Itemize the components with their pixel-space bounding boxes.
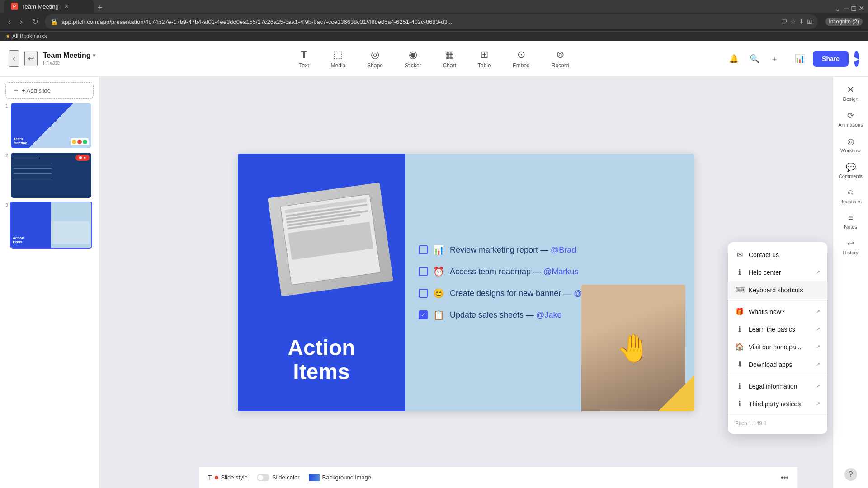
address-bar[interactable]: 🔒 app.pitch.com/app/presentation/4b74b27… (45, 14, 818, 29)
tool-embed[interactable]: ⊙ Embed (509, 47, 533, 70)
app: ‹ ↩ Team Meeting ▾ Private T Text ⬚ Medi… (0, 41, 868, 488)
browser-tabs: P Team Meeting ✕ + ⌄ ─ ⊡ ✕ (0, 0, 868, 13)
sidebar-item-history[interactable]: ↩ History (835, 235, 866, 259)
sidebar-item-design[interactable]: ✕ Design (835, 80, 866, 105)
sidebar-item-comments[interactable]: 💬 Comments (835, 159, 866, 183)
tool-sticker[interactable]: ◉ Sticker (401, 47, 425, 70)
help-item-learn[interactable]: ℹ Learn the basics ↗ (728, 320, 827, 338)
help-dropdown: ✉ Contact us ℹ Help center ↗ ⌨ Keyboard … (728, 242, 827, 434)
slide-thumb-3[interactable]: ActionItems (11, 202, 91, 248)
collapse-sidebar-button[interactable]: ‹ (9, 50, 19, 67)
play-button[interactable]: ▶ (854, 51, 859, 67)
help-item-keyboard[interactable]: ⌨ Keyboard shortcuts (728, 281, 827, 299)
task-checkbox-4[interactable]: ✓ (419, 310, 428, 319)
bookmark-star-icon: ★ (5, 33, 10, 39)
address-text: app.pitch.com/app/presentation/4b74b27e-… (61, 19, 778, 25)
active-tab[interactable]: P Team Meeting ✕ (4, 0, 94, 13)
chart-bar-icon[interactable]: 📊 (792, 51, 807, 66)
close-window-icon[interactable]: ✕ (859, 4, 864, 13)
help-version: Pitch 1.149.1 (728, 417, 827, 430)
sidebar-item-workflow[interactable]: ◎ Workflow (835, 133, 866, 157)
tool-shape[interactable]: ◎ Shape (363, 47, 387, 70)
slide-left-panel: Action Items (238, 154, 405, 411)
text-style-icon: T (208, 474, 212, 481)
plus-icon: ＋ (13, 86, 19, 94)
help-item-contact[interactable]: ✉ Contact us (728, 246, 827, 263)
help-item-download[interactable]: ⬇ Download apps ↗ (728, 356, 827, 373)
tab-title: Team Meeting (22, 3, 59, 10)
more-options-button[interactable]: ••• (781, 474, 788, 482)
slide-thumb-2[interactable]: ———————— ———————————— ———————————— —————… (11, 153, 91, 198)
search-icon[interactable]: 🔍 (747, 51, 762, 66)
animations-label: Animations (838, 122, 863, 127)
shield-icon: 🛡 (781, 18, 788, 25)
shape-icon: ◎ (371, 49, 379, 61)
help-divider-3 (728, 414, 827, 415)
animations-icon: ⟳ (847, 111, 854, 121)
comments-icon: 💬 (846, 162, 856, 172)
contact-label: Contact us (749, 251, 779, 258)
visit-home-icon: 🏠 (735, 343, 744, 351)
slide-color-item[interactable]: Slide color (257, 474, 300, 481)
chart-icon: ▦ (445, 49, 454, 61)
sidebar-item-animations[interactable]: ⟳ Animations (835, 107, 866, 131)
help-item-help-center[interactable]: ℹ Help center ↗ (728, 263, 827, 281)
help-item-third-party[interactable]: ℹ Third party notices ↗ (728, 395, 827, 413)
slide-thumbnail-1[interactable]: 1 TeamMeeting (5, 103, 94, 148)
slide-thumbnail-3[interactable]: 3 ActionItems (5, 202, 94, 248)
download-apps-label: Download apps (749, 361, 793, 368)
task-checkbox-3[interactable] (419, 289, 428, 298)
sidebar-item-notes[interactable]: ≡ Notes (835, 210, 866, 233)
background-image-item[interactable]: Background image (309, 474, 371, 481)
download-icon[interactable]: ⬇ (799, 18, 804, 25)
undo-button[interactable]: ↩ (24, 51, 38, 66)
help-item-visit-home[interactable]: 🏠 Visit our homepa... ↗ (728, 338, 827, 356)
sidebar-item-help[interactable]: ? (835, 465, 866, 484)
extensions-icon[interactable]: ⊞ (807, 18, 812, 25)
design-icon: ✕ (847, 84, 854, 95)
hand-photo: 🤚 (581, 285, 685, 411)
action-title-line2: Items (293, 360, 349, 384)
notebook-photo (268, 183, 393, 297)
help-center-label: Help center (749, 269, 781, 276)
tool-record[interactable]: ⊚ Record (548, 47, 573, 70)
notification-icon[interactable]: 🔔 (726, 51, 741, 66)
share-button[interactable]: Share (813, 51, 849, 67)
help-item-legal[interactable]: ℹ Legal information ↗ (728, 377, 827, 395)
tool-chart[interactable]: ▦ Chart (439, 47, 460, 70)
learn-label: Learn the basics (749, 326, 795, 333)
lock-icon: 🔒 (50, 18, 58, 25)
slide-style-item[interactable]: T Slide style (208, 474, 248, 481)
tool-media[interactable]: ⬚ Media (327, 47, 349, 70)
sidebar-item-reactions[interactable]: ☺ Reactions (835, 184, 866, 208)
tab-dropdown-icon[interactable]: ⌄ (835, 5, 840, 13)
color-toggle[interactable] (257, 474, 269, 481)
bookmark-item[interactable]: ★ All Bookmarks (5, 33, 47, 39)
tab-close-icon[interactable]: ✕ (64, 3, 69, 9)
add-icon[interactable]: ＋ (768, 51, 781, 67)
add-slide-button[interactable]: ＋ + Add slide (5, 82, 94, 99)
back-button[interactable]: ‹ (5, 15, 14, 28)
recording-badge: ● (75, 155, 90, 161)
maximize-icon[interactable]: ⊡ (851, 4, 857, 13)
slide-thumbnail-2[interactable]: 2 ———————— ———————————— ———————————— ———… (5, 153, 94, 198)
notes-label: Notes (844, 224, 857, 230)
star-icon[interactable]: ☆ (790, 18, 796, 25)
tool-table[interactable]: ⊞ Table (474, 47, 495, 70)
whats-new-label: What's new? (749, 308, 785, 315)
tab-favicon: P (11, 3, 18, 10)
forward-button[interactable]: › (17, 15, 25, 28)
reload-button[interactable]: ↻ (29, 15, 41, 28)
task-checkbox-1[interactable] (419, 245, 428, 254)
task-checkbox-2[interactable] (419, 267, 428, 276)
new-tab-button[interactable]: + (94, 3, 106, 13)
help-item-whats-new[interactable]: 🎁 What's new? ↗ (728, 303, 827, 320)
tool-text[interactable]: T Text (296, 47, 313, 70)
slide-number-1: 1 (5, 103, 8, 108)
dropdown-arrow-icon[interactable]: ▾ (93, 52, 95, 59)
slide-thumb-1[interactable]: TeamMeeting (11, 103, 91, 148)
record-icon: ⊚ (556, 49, 564, 61)
help-icon: ? (844, 468, 857, 481)
sticker-icon: ◉ (409, 49, 417, 61)
minimize-icon[interactable]: ─ (844, 5, 849, 13)
